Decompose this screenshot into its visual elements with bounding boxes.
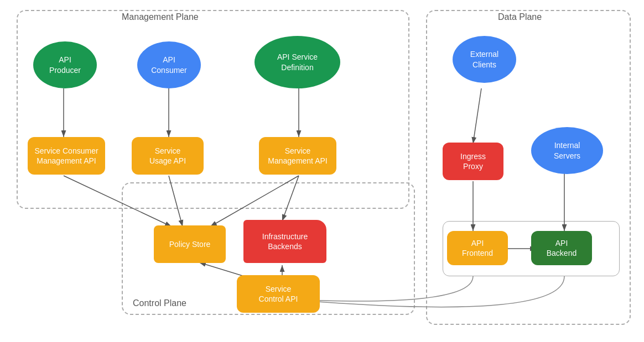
diagram-container: Management Plane Data Plane Control Plan… <box>0 0 644 342</box>
external-clients-node: External Clients <box>453 36 516 83</box>
ingress-proxy-node: Ingress Proxy <box>443 143 503 180</box>
api-producer-node: API Producer <box>33 41 97 88</box>
api-frontend-node: API Frontend <box>447 231 508 265</box>
api-backend-node: API Backend <box>531 231 592 265</box>
internal-servers-node: Internal Servers <box>531 127 603 174</box>
service-usage-api-node: Service Usage API <box>132 137 204 175</box>
api-service-def-node: API Service Definition <box>255 36 340 88</box>
service-consumer-mgmt-api-node: Service Consumer Management API <box>28 137 105 175</box>
service-control-api-node: Service Control API <box>237 275 320 313</box>
management-plane-label: Management Plane <box>122 12 199 22</box>
control-plane-label: Control Plane <box>133 298 186 308</box>
data-plane-label: Data Plane <box>498 12 542 22</box>
service-management-api-node: Service Management API <box>259 137 336 175</box>
policy-store-node: Policy Store <box>154 225 226 263</box>
management-plane <box>17 10 409 209</box>
infrastructure-backends-node: Infrastructure Backends <box>243 220 326 263</box>
api-consumer-node: API Consumer <box>137 41 201 88</box>
